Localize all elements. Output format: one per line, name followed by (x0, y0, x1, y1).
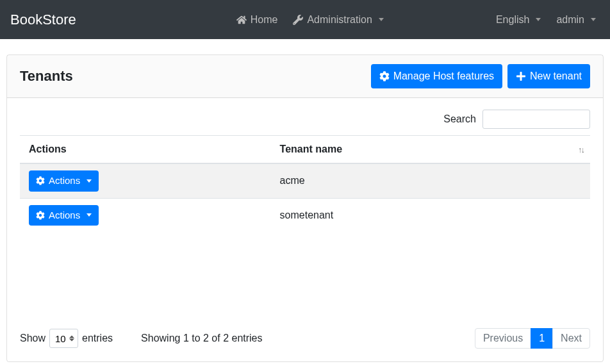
tenants-table: Actions Tenant name ↑↓ Actions (20, 135, 590, 232)
card: Tenants Manage Host features New tenant … (6, 54, 604, 362)
nav-language-label: English (496, 14, 529, 26)
chevron-down-icon (379, 18, 384, 21)
nav-right: English admin (490, 9, 602, 31)
col-actions: Actions (20, 136, 271, 164)
card-header: Tenants Manage Host features New tenant (7, 55, 603, 98)
nav-user[interactable]: admin (550, 9, 602, 31)
row-actions-label: Actions (49, 174, 80, 188)
wrench-icon (293, 15, 303, 25)
sort-icon: ↑↓ (578, 145, 584, 154)
new-tenant-label: New tenant (530, 69, 582, 84)
card-body: Search Actions Tenant name ↑↓ (7, 98, 603, 361)
brand[interactable]: BookStore (8, 12, 79, 28)
entries-info: Showing 1 to 2 of 2 entries (141, 333, 262, 344)
navbar: BookStore Home Administration English ad… (0, 0, 610, 39)
nav-center: Home Administration (230, 9, 390, 31)
new-tenant-button[interactable]: New tenant (507, 64, 590, 88)
show-label: Show (20, 333, 45, 344)
search-row: Search (20, 110, 590, 129)
table-row: Actions sometenant (20, 198, 590, 232)
chevron-down-icon (87, 213, 92, 217)
pagination-next[interactable]: Next (552, 328, 590, 349)
nav-home[interactable]: Home (230, 9, 284, 31)
table-footer: Show 10 entries Showing 1 to 2 of 2 entr… (20, 328, 590, 349)
chevron-down-icon (591, 18, 596, 21)
plus-icon (516, 71, 526, 81)
home-icon (236, 15, 247, 25)
manage-host-features-label: Manage Host features (393, 69, 494, 84)
entries-label: entries (82, 333, 113, 344)
gear-icon (36, 211, 45, 220)
row-actions-button[interactable]: Actions (29, 205, 99, 226)
nav-administration-label: Administration (307, 14, 372, 26)
gear-icon (379, 71, 390, 81)
table-row: Actions acme (20, 163, 590, 198)
search-input[interactable] (482, 110, 590, 129)
chevron-down-icon (536, 18, 541, 21)
col-tenant-name[interactable]: Tenant name ↑↓ (271, 136, 590, 164)
row-actions-label: Actions (49, 208, 80, 223)
search-label: Search (443, 113, 476, 125)
nav-home-label: Home (251, 14, 278, 26)
col-tenant-name-label: Tenant name (280, 144, 343, 154)
pagination-previous[interactable]: Previous (475, 328, 531, 349)
row-actions-button[interactable]: Actions (29, 170, 99, 192)
pagination: Previous 1 Next (475, 328, 590, 349)
nav-user-label: admin (556, 14, 584, 26)
page-size-block: Show 10 entries (20, 329, 113, 348)
pagination-page-1[interactable]: 1 (531, 328, 553, 349)
container: Tenants Manage Host features New tenant … (0, 39, 610, 362)
tenant-name-cell: acme (271, 163, 590, 198)
nav-language[interactable]: English (490, 9, 547, 31)
page-title: Tenants (20, 68, 73, 85)
chevron-down-icon (87, 179, 92, 183)
tenant-name-cell: sometenant (271, 198, 590, 232)
gear-icon (36, 176, 45, 185)
manage-host-features-button[interactable]: Manage Host features (371, 64, 502, 88)
nav-administration[interactable]: Administration (286, 9, 390, 31)
page-size-select[interactable]: 10 (49, 329, 78, 348)
header-buttons: Manage Host features New tenant (371, 64, 590, 88)
